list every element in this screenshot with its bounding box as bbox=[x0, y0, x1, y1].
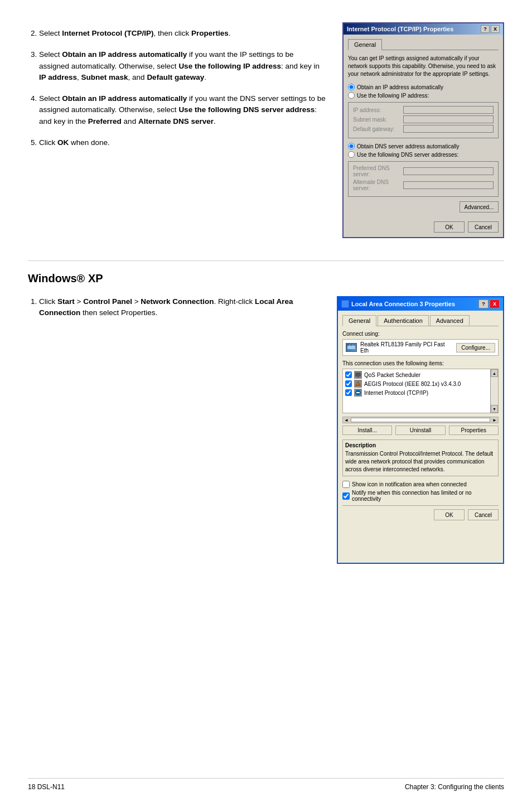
xp-notify-checkbox[interactable] bbox=[342, 492, 350, 500]
tcpip-help-button[interactable]: ? bbox=[481, 25, 490, 33]
scroll-up-arrow[interactable]: ▲ bbox=[491, 369, 498, 377]
tcpip-alternate-label: Alternate DNS server: bbox=[353, 179, 403, 191]
tcpip-gateway-label: Default gateway: bbox=[353, 126, 403, 132]
tcpip-radio-manual-dns[interactable]: Use the following DNS server addresses: bbox=[348, 151, 499, 158]
scroll-down-arrow[interactable]: ▼ bbox=[491, 405, 498, 413]
network-adapter-icon bbox=[347, 344, 356, 351]
xp-section: Windows® XP Click Start > Control Panel … bbox=[28, 272, 504, 564]
xp-horizontal-scrollbar[interactable]: ◄ ► bbox=[342, 417, 499, 423]
tcpip-ip-label: IP address: bbox=[353, 107, 403, 113]
xp-dialog: Local Area Connection 3 Properties ? X G… bbox=[337, 296, 504, 564]
tcpip-ip-input[interactable] bbox=[403, 106, 494, 114]
tcpip-advanced-button[interactable]: Advanced... bbox=[460, 201, 499, 212]
xp-adapter-name: Realtek RTL8139 Family PCI Fast Eth bbox=[360, 341, 453, 354]
footer-right: Chapter 3: Configuring the clients bbox=[405, 783, 504, 791]
tcpip-subnet-label: Subnet mask: bbox=[353, 117, 403, 123]
step-2: Select Internet Protocol (TCP/IP), then … bbox=[39, 28, 326, 39]
xp-items-list: QoS Packet Scheduler ! AEGIS Protocol (I… bbox=[342, 369, 499, 413]
xp-titlebar-icon bbox=[341, 300, 349, 308]
step2-bold2: Properties bbox=[191, 29, 229, 37]
xp-tab-authentication[interactable]: Authentication bbox=[378, 315, 429, 326]
tcpip-titlebar: Internet Protocol (TCP/IP) Properties ? … bbox=[344, 23, 503, 35]
list-item-2[interactable]: ! AEGIS Protocol (IEEE 802.1x) v3.4.3.0 bbox=[344, 379, 497, 388]
xp-titlebar: Local Area Connection 3 Properties ? X bbox=[338, 297, 503, 311]
step3-bold1: Obtain an IP address automatically bbox=[62, 50, 187, 59]
xp-tab-general[interactable]: General bbox=[342, 315, 376, 326]
step2-bold1: Internet Protocol (TCP/IP) bbox=[62, 29, 153, 37]
xp-close-button[interactable]: X bbox=[490, 299, 500, 308]
xp-help-button[interactable]: ? bbox=[478, 299, 489, 308]
tcpip-gateway-input[interactable] bbox=[403, 125, 494, 133]
xp-tab-strip: General Authentication Advanced bbox=[342, 315, 499, 326]
xp-tab-advanced[interactable]: Advanced bbox=[430, 315, 470, 326]
xp-install-button[interactable]: Install... bbox=[342, 426, 392, 435]
tcpip-radio-auto-ip-input[interactable] bbox=[348, 84, 355, 90]
tcpip-ok-button[interactable]: OK bbox=[434, 221, 465, 233]
xp-show-icon-checkbox[interactable] bbox=[342, 481, 350, 488]
xp-show-icon-label: Show icon in notification area when conn… bbox=[352, 481, 467, 487]
list-item-1-checkbox[interactable] bbox=[345, 371, 352, 378]
step-3: Select Obtain an IP address automaticall… bbox=[39, 49, 326, 83]
xp-content: Click Start > Control Panel > Network Co… bbox=[28, 296, 504, 564]
footer-left: 18 DSL-N11 bbox=[28, 783, 65, 791]
svg-rect-2 bbox=[352, 345, 354, 346]
xp-section-title: Windows® XP bbox=[28, 272, 504, 285]
tcpip-gateway-row: Default gateway: bbox=[353, 125, 494, 133]
xp-step1-bold3: Network Connection bbox=[141, 297, 214, 306]
xp-description-box: Description Transmission Control Protoco… bbox=[342, 439, 499, 476]
tcpip-close-button[interactable]: X bbox=[491, 25, 500, 33]
step4-bold3: Preferred bbox=[88, 117, 122, 125]
tcpip-dialog: Internet Protocol (TCP/IP) Properties ? … bbox=[342, 22, 504, 238]
list-item-1[interactable]: QoS Packet Scheduler bbox=[344, 370, 497, 379]
tcpip-tab-strip: General bbox=[348, 39, 499, 50]
xp-ok-button[interactable]: OK bbox=[434, 509, 465, 520]
xp-adapter-icon bbox=[346, 343, 357, 352]
instructions-left: Select Internet Protocol (TCP/IP), then … bbox=[28, 22, 326, 238]
svg-rect-0 bbox=[347, 346, 355, 349]
tcpip-dns-fields: Preferred DNS server: Alternate DNS serv… bbox=[348, 161, 499, 197]
step4-bold2: Use the following DNS server address bbox=[178, 105, 315, 114]
xp-cancel-button[interactable]: Cancel bbox=[468, 509, 499, 520]
step3-bold4: Subnet mask bbox=[81, 73, 128, 81]
svg-rect-1 bbox=[349, 345, 350, 346]
xp-action-buttons: Install... Uninstall Properties bbox=[342, 426, 499, 435]
xp-uninstall-button[interactable]: Uninstall bbox=[395, 426, 445, 435]
tcpip-cancel-button[interactable]: Cancel bbox=[468, 221, 499, 233]
list-item-2-checkbox[interactable] bbox=[345, 380, 352, 387]
tcpip-radio-manual-ip[interactable]: Use the following IP address: bbox=[348, 92, 499, 99]
xp-properties-button[interactable]: Properties bbox=[449, 426, 499, 435]
svg-rect-8 bbox=[356, 392, 360, 393]
tcpip-radio-manual-ip-label: Use the following IP address: bbox=[357, 93, 429, 99]
tcpip-tab-general[interactable]: General bbox=[348, 39, 382, 50]
tcpip-radio-auto-ip[interactable]: Obtain an IP address automatically bbox=[348, 84, 499, 90]
xp-titlebar-left: Local Area Connection 3 Properties bbox=[341, 300, 455, 308]
list-item-3[interactable]: Internet Protocol (TCP/IP) bbox=[344, 388, 497, 397]
steps-list: Select Internet Protocol (TCP/IP), then … bbox=[28, 28, 326, 148]
tcpip-preferred-input[interactable] bbox=[403, 167, 494, 175]
tcpip-radio-manual-ip-input[interactable] bbox=[348, 92, 355, 99]
tcpip-alternate-input[interactable] bbox=[403, 181, 494, 189]
step5-bold1: OK bbox=[57, 138, 69, 147]
tcpip-radio-auto-dns[interactable]: Obtain DNS server address automatically bbox=[348, 143, 499, 149]
step-4: Select Obtain an IP address automaticall… bbox=[39, 93, 326, 127]
xp-step-1: Click Start > Control Panel > Network Co… bbox=[39, 296, 320, 319]
xp-configure-button[interactable]: Configure... bbox=[456, 343, 495, 352]
tcpip-title: Internet Protocol (TCP/IP) Properties bbox=[347, 26, 453, 32]
scroll-right-arrow[interactable]: ► bbox=[491, 418, 498, 423]
list-item-3-checkbox[interactable] bbox=[345, 389, 352, 396]
scroll-left-arrow[interactable]: ◄ bbox=[343, 418, 350, 423]
section-divider bbox=[28, 260, 504, 261]
tcpip-subnet-input[interactable] bbox=[403, 115, 494, 123]
xp-steps-list: Click Start > Control Panel > Network Co… bbox=[28, 296, 320, 319]
svg-rect-4 bbox=[357, 376, 359, 378]
xp-list-scrollbar[interactable]: ▲ ▼ bbox=[490, 369, 498, 413]
list-item-2-icon: ! bbox=[354, 380, 362, 388]
tcpip-radio-auto-dns-input[interactable] bbox=[348, 143, 355, 149]
scroll-track bbox=[491, 377, 498, 405]
list-item-1-icon bbox=[354, 371, 362, 379]
tcpip-preferred-label: Preferred DNS server: bbox=[353, 165, 403, 177]
xp-title-text: Windows® XP bbox=[28, 272, 103, 284]
step-5: Click OK when done. bbox=[39, 137, 326, 148]
tcpip-radio-manual-dns-input[interactable] bbox=[348, 151, 355, 158]
scroll-thumb bbox=[351, 418, 490, 422]
